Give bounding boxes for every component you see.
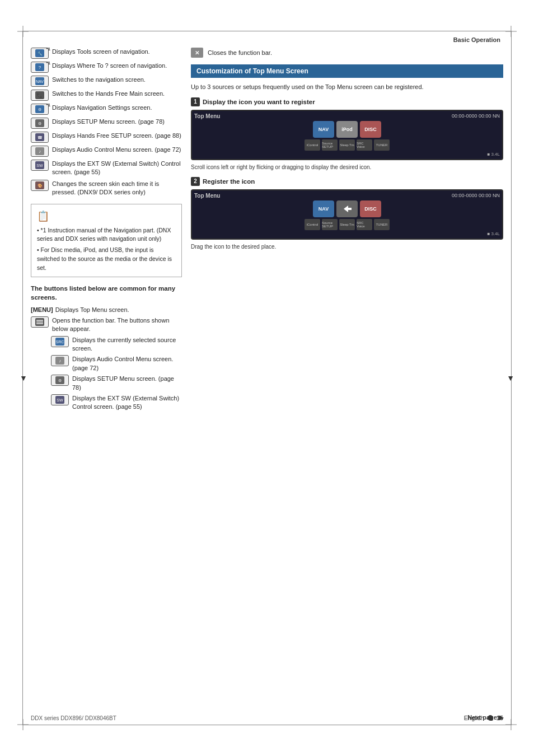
menu-key: [MENU] xyxy=(31,306,53,314)
screen1-time: 00:00-0000 00:00 NN xyxy=(452,113,500,119)
page-border-top xyxy=(22,31,512,31)
svg-text:SRC: SRC xyxy=(56,340,64,344)
list-item-text: Switches to the Hands Free Main screen. xyxy=(52,90,165,98)
icon-badge-hf-main: 📞 xyxy=(31,90,49,101)
list-item: SW Displays the EXT SW (External Switch)… xyxy=(31,160,182,177)
list-item-text: Displays SETUP Menu screen. (page 78) xyxy=(52,118,165,126)
svg-text:⚙: ⚙ xyxy=(38,108,41,111)
step2-title: 2 Register the icon xyxy=(191,177,503,186)
setup-menu-b-text: Displays SETUP Menu screen. (page 78) xyxy=(72,375,182,392)
superscript-where: *1 xyxy=(46,60,50,66)
func-bar-item: Opens the function bar. The buttons show… xyxy=(31,316,182,334)
current-source-icon: SRC xyxy=(55,337,65,346)
icon-badge-tools: 🔧 *1 xyxy=(31,48,49,59)
series-text: DDX series DDX896/ DDX8046BT xyxy=(31,715,116,721)
icon-badge-audio-ctrl: ♪ xyxy=(51,355,69,366)
current-source-item: SRC Displays the currently selected sour… xyxy=(51,336,182,353)
handsfree-setup-icon: ☎ xyxy=(35,133,45,142)
buttons-section: The buttons listed below are common for … xyxy=(31,284,182,411)
screen1-src-btn: SRC Voice xyxy=(357,139,372,151)
svg-text:?: ? xyxy=(39,65,41,70)
page-dot xyxy=(488,715,493,721)
note-bullet-1: • *1 Instruction manual of the Navigatio… xyxy=(37,226,176,244)
page-num: 15 xyxy=(496,715,503,721)
list-item: ☎ Displays Hands Free SETUP screen. (pag… xyxy=(31,132,182,143)
screen2-sleep-btn: Sleep Tm xyxy=(339,219,355,230)
list-item: ? *1 Displays Where To ? screen of navig… xyxy=(31,62,182,73)
list-item: 📞 Switches to the Hands Free Main screen… xyxy=(31,90,182,101)
section-desc-text: Up to 3 sources or setups frequently use… xyxy=(191,83,424,90)
screen2-bottom-row: iControl Source SETUP Sleep Tm SRC Voice… xyxy=(194,219,500,230)
svg-text:📞: 📞 xyxy=(37,92,43,98)
svg-text:NAV: NAV xyxy=(36,80,44,83)
svg-text:🎨: 🎨 xyxy=(38,183,43,188)
content-area: 🔧 *1 Displays Tools screen of navigation… xyxy=(31,48,503,717)
close-icon: ✕ xyxy=(191,48,203,58)
note-bullet-2: • For Disc media, iPod, and USB, the inp… xyxy=(37,246,176,272)
close-btn-text: Closes the function bar. xyxy=(208,49,272,56)
screen2-topbar: Top Menu 00:00-0000 00:00 NN xyxy=(194,193,500,199)
crosshair-bl xyxy=(17,719,29,730)
nav-screen-icon: NAV xyxy=(35,77,45,86)
screen2-src-btn: SRC Voice xyxy=(357,219,372,230)
svg-text:🔧: 🔧 xyxy=(38,51,43,56)
svg-marker-32 xyxy=(344,206,352,212)
screen2-setup-btn: Source SETUP xyxy=(322,219,338,230)
tools-nav-icon: 🔧 xyxy=(35,49,45,58)
list-item: 🎨 Changes the screen skin each time it i… xyxy=(31,180,182,197)
icon-badge-where: ? *1 xyxy=(31,62,49,73)
screen2-caption-text: Drag the icon to the desired place. xyxy=(191,244,276,250)
audio-ctrl-item: ♪ Displays Audio Control Menu screen. (p… xyxy=(51,355,182,372)
svg-text:SW: SW xyxy=(36,164,43,167)
screen1-icontrol-btn: iControl xyxy=(305,139,320,151)
step1-num: 1 xyxy=(191,97,200,106)
icon-badge-ext-sw-b: SW xyxy=(51,394,69,405)
section-desc: Up to 3 sources or setups frequently use… xyxy=(191,82,503,92)
list-item-text: Displays Tools screen of navigation. xyxy=(52,48,150,56)
icon-badge-ext: SW xyxy=(31,160,49,171)
list-item-text: Displays Navigation Settings screen. xyxy=(52,104,152,112)
step2-num: 2 xyxy=(191,177,200,186)
screen1-tuner-btn: TUNER xyxy=(374,139,390,151)
ext-sw-b-icon: SW xyxy=(55,395,65,404)
page-footer: DDX series DDX896/ DDX8046BT Next page ▶ xyxy=(31,714,503,721)
screen1-ipod-btn: iPod xyxy=(336,121,358,138)
icon-badge-skin: 🎨 xyxy=(31,180,49,191)
screen2-vol: ■ 3.4L xyxy=(194,231,500,236)
list-item: ⚙ Displays SETUP Menu screen. (page 78) xyxy=(31,118,182,129)
english-label: English xyxy=(464,715,484,721)
screen1-caption: Scroll icons left or right by flicking o… xyxy=(191,164,503,171)
buttons-section-title: The buttons listed below are common for … xyxy=(31,284,182,302)
list-item: ♪ Displays Audio Control Menu screen. (p… xyxy=(31,146,182,157)
icon-badge-current-source: SRC xyxy=(51,336,69,347)
audio-ctrl-icon: ♪ xyxy=(55,356,65,365)
audio-ctrl-text: Displays Audio Control Menu screen. (pag… xyxy=(72,355,182,372)
left-column: 🔧 *1 Displays Tools screen of navigation… xyxy=(31,48,182,717)
step1-title-text: Display the icon you want to register xyxy=(203,99,315,105)
right-column: ✕ Closes the function bar. Customization… xyxy=(191,48,503,717)
svg-text:SW: SW xyxy=(57,398,63,402)
setup-menu-b-icon: ⚙ xyxy=(55,376,65,385)
skin-icon: 🎨 xyxy=(35,181,45,190)
step2-title-text: Register the icon xyxy=(203,178,255,185)
ext-sw-icon: SW xyxy=(35,161,45,170)
superscript-nav-settings: *1 xyxy=(46,102,50,108)
icon-badge-setup: ⚙ xyxy=(31,118,49,129)
section-header-text: Customization of Top Menu Screen xyxy=(196,67,308,75)
icon-badge-audio: ♪ xyxy=(31,146,49,157)
ext-sw-b-text: Displays the EXT SW (External Switch) Co… xyxy=(72,394,182,412)
svg-text:☎: ☎ xyxy=(38,136,43,139)
screen1-bottom-row: iControl Source SETUP Sleep Tm SRC Voice… xyxy=(194,139,500,151)
screen2-icons-row: NAV DISC xyxy=(194,200,500,217)
header-title: Basic Operation xyxy=(453,36,500,43)
list-item-text: Displays Audio Control Menu screen. (pag… xyxy=(52,146,181,154)
screen2-icontrol-btn: iControl xyxy=(305,219,320,230)
screen1-label: Top Menu xyxy=(194,113,220,119)
list-item: ⚙ *1 Displays Navigation Settings screen… xyxy=(31,104,182,115)
superscript-tools: *1 xyxy=(46,46,50,52)
setup-menu-b-item: ⚙ Displays SETUP Menu screen. (page 78) xyxy=(51,375,182,392)
list-item-text: Displays Hands Free SETUP screen. (page … xyxy=(52,132,181,140)
svg-text:♪: ♪ xyxy=(59,358,61,363)
screen2-caption: Drag the icon to the desired place. xyxy=(191,243,503,251)
note-icon: 📋 xyxy=(37,209,176,224)
